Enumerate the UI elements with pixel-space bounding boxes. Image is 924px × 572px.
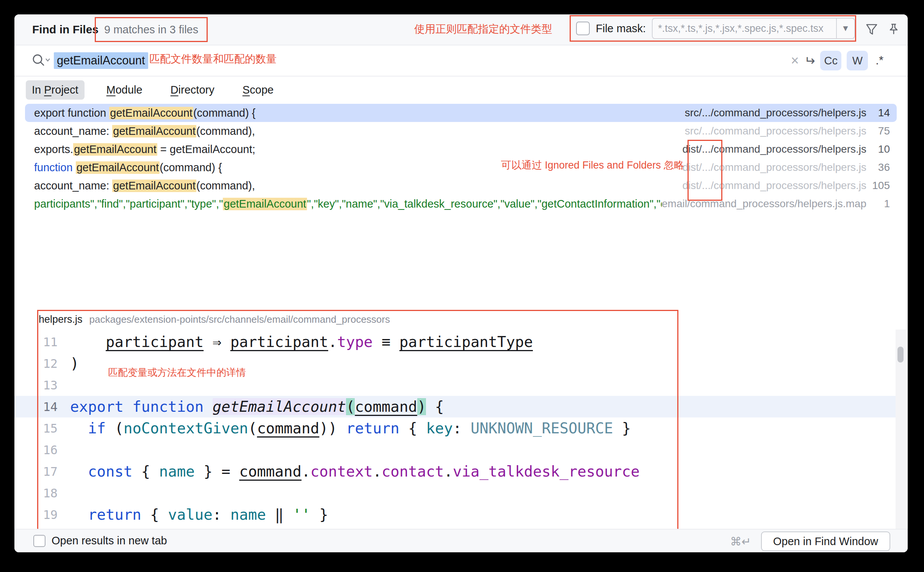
file-mask-label: File mask: [596,22,646,35]
preview-file-name: helpers.js [39,314,83,325]
tab-scope[interactable]: Scope [236,80,280,100]
line-number: 16 [14,443,58,457]
scrollbar-thumb[interactable] [897,347,904,363]
code-text: if (noContextGiven(command)) return { ke… [70,420,631,437]
line-number: 17 [14,464,58,479]
open-in-find-window-button[interactable]: Open in Find Window [761,531,890,551]
preview-annotation-text: 匹配变量或方法在文件中的详情 [108,366,246,379]
filter-icon [865,23,879,36]
pin-icon [887,23,901,36]
matches-annotation-box: 9 matches in 3 files [95,17,208,42]
line-number: 13 [14,378,58,392]
match-case-toggle[interactable]: Cc [820,51,841,70]
clear-search-icon[interactable]: × [791,54,799,67]
scrollbar-track[interactable] [896,330,906,529]
file-mask-checkbox[interactable] [576,22,590,35]
open-results-label: Open results in new tab [52,530,167,552]
result-row[interactable]: export function getEmailAccount(command)… [25,104,897,122]
new-line-icon[interactable]: ↵ [804,54,815,67]
search-input[interactable]: getEmailAccount [54,52,148,69]
result-location: dist/.../command_processors/helpers.js36 [682,161,890,173]
result-row[interactable]: exports.getEmailAccount = getEmailAccoun… [25,140,897,158]
result-text: exports.getEmailAccount = getEmailAccoun… [34,143,682,156]
file-mask-dropdown-button[interactable]: ▼ [836,19,854,38]
file-mask-value: *.tsx,*.ts,*.js,*.jsx,*.spec.js,*.spec.t… [653,23,836,34]
tab-module[interactable]: Module [100,80,149,100]
tab-in-project[interactable]: In Project [26,80,85,100]
code-line[interactable]: 18 [14,482,896,504]
preview-pane[interactable]: helpers.js packages/extension-points/src… [14,310,908,529]
code-text: ) [70,355,79,372]
code-line[interactable]: 19 return { value: name ‖ '' } [14,504,896,525]
code-line[interactable]: 16 [14,439,896,461]
preview-header: helpers.js packages/extension-points/src… [39,310,390,329]
line-number: 19 [14,508,58,522]
result-location: src/.../command_processors/helpers.js75 [685,125,890,137]
line-number: 18 [14,486,58,500]
code-line[interactable]: 11 participant ⇒ participant.type ≡ part… [14,331,896,353]
code-editor[interactable]: 11 participant ⇒ participant.type ≡ part… [14,331,896,525]
search-options-button[interactable] [31,52,51,69]
result-row[interactable]: participants","find","participant","type… [25,195,897,213]
result-text: account_name: getEmailAccount(command), [34,125,685,138]
result-row[interactable]: account_name: getEmailAccount(command),s… [25,122,897,140]
line-number: 11 [14,335,58,349]
result-text: export function getEmailAccount(command)… [34,107,685,119]
result-location: src/.../command_processors/helpers.js14 [685,107,890,119]
count-annotation-text: 匹配文件数量和匹配的数量 [149,45,277,73]
matches-count: 9 matches in 3 files [104,23,198,36]
code-text: participant ⇒ participant.type ≡ partici… [70,333,533,350]
dialog-header: Find in Files 9 matches in 3 files 使用正则匹… [14,14,908,45]
code-line[interactable]: 15 if (noContextGiven(command)) return {… [14,417,896,439]
results-list: export function getEmailAccount(command)… [25,104,897,213]
result-text: participants","find","participant","type… [34,198,662,210]
code-line[interactable]: 17 const { name } = command.context.cont… [14,461,896,482]
dialog-title: Find in Files [32,14,99,45]
search-controls: × ↵ Cc W .* [791,45,886,76]
result-location: dist/.../command_processors/helpers.js10 [682,143,890,155]
ignore-annotation-text: 可以通过 Ignored Files and Folders 忽略 [501,158,684,172]
tab-directory[interactable]: Directory [164,80,221,100]
code-text: return { value: name ‖ '' } [70,506,328,523]
shortcut-hint: ⌘↵ [730,535,751,548]
preview-file-path: packages/extension-points/src/channels/e… [89,314,390,325]
line-number: 12 [14,356,58,371]
result-location: email/command_processors/helpers.js.map1 [662,198,890,210]
search-icon [31,52,51,69]
file-mask-annotation-box: File mask: *.tsx,*.ts,*.js,*.jsx,*.spec.… [570,15,856,42]
result-row[interactable]: function getEmailAccount(command) {dist/… [25,158,897,177]
find-in-files-dialog: Find in Files 9 matches in 3 files 使用正则匹… [14,14,908,552]
result-row[interactable]: account_name: getEmailAccount(command),d… [25,177,897,195]
code-text: const { name } = command.context.contact… [70,463,640,480]
dialog-footer: Open results in new tab ⌘↵ Open in Find … [14,529,908,552]
open-results-checkbox[interactable] [33,535,45,547]
line-number: 15 [14,421,58,436]
whole-words-toggle[interactable]: W [847,51,868,70]
regex-toggle[interactable]: .* [873,54,886,67]
result-location: dist/.../command_processors/helpers.js10… [682,180,890,192]
file-mask-combobox[interactable]: *.tsx,*.ts,*.js,*.jsx,*.spec.js,*.spec.t… [652,18,855,39]
filter-button[interactable] [863,20,881,39]
mask-annotation-text: 使用正则匹配指定的文件类型 [414,14,552,44]
code-line[interactable]: 14export function getEmailAccount(comman… [14,396,896,417]
pin-button[interactable] [885,20,903,39]
line-number: 14 [14,400,58,414]
search-row: getEmailAccount 匹配文件数量和匹配的数量 × ↵ Cc W .* [14,45,908,77]
code-text: export function getEmailAccount(command)… [70,398,444,415]
result-text: account_name: getEmailAccount(command), [34,180,682,192]
scope-tabs: In ProjectModuleDirectoryScope [26,77,280,103]
